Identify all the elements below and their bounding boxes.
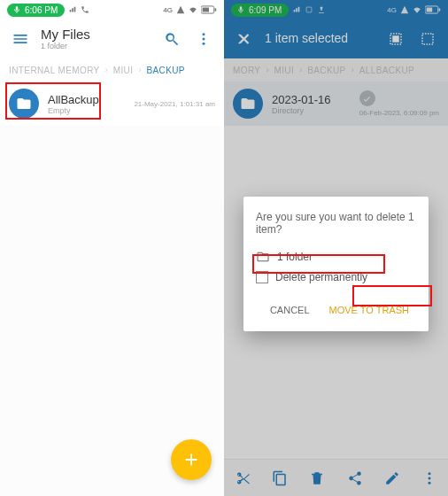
cut-button[interactable] <box>233 469 252 488</box>
search-icon <box>164 31 180 47</box>
status-bar: 6:09 PM 4G <box>224 0 448 19</box>
item-title: AllBackup <box>48 93 125 106</box>
breadcrumb: INTERNAL MEMORY › MIUI › BACKUP <box>0 58 224 81</box>
network-icon <box>292 5 301 14</box>
item-title: 2023-01-16 <box>272 93 351 106</box>
crumb-internal-memory[interactable]: INTERNAL MEMORY <box>9 66 100 75</box>
breadcrumb: MORY › MIUI › BACKUP › ALLBACKUP <box>224 58 448 81</box>
signal-icon <box>400 5 409 14</box>
folder-icon <box>233 89 263 119</box>
chevron-right-icon: › <box>266 66 268 74</box>
pencil-icon <box>384 470 400 486</box>
recording-indicator: 6:06 PM <box>7 4 65 17</box>
selection-count: 1 item selected <box>265 32 375 45</box>
close-selection-button[interactable] <box>233 27 256 50</box>
share-icon <box>347 470 363 486</box>
delete-permanent-row[interactable]: Delete permanently <box>256 267 416 287</box>
select-all-button[interactable] <box>384 27 407 50</box>
selection-bar: 1 item selected <box>224 19 448 58</box>
copy-icon <box>272 470 288 486</box>
folder-count: 1 folder <box>277 251 313 263</box>
svg-point-15 <box>428 481 430 484</box>
dialog-message: Are you sure you want to delete 1 item? <box>256 211 416 236</box>
plus-icon <box>182 450 201 469</box>
copy-button[interactable] <box>270 469 290 488</box>
folder-outline-icon <box>256 250 270 264</box>
chevron-right-icon: › <box>299 66 302 74</box>
select-all-icon <box>388 31 404 47</box>
chevron-right-icon: › <box>351 66 354 74</box>
phone-icon <box>81 5 89 14</box>
more-button[interactable] <box>420 469 439 488</box>
more-button[interactable] <box>192 27 215 50</box>
select-inverse-button[interactable] <box>416 27 439 50</box>
svg-point-14 <box>428 477 430 479</box>
screenshot-icon <box>305 5 313 14</box>
hamburger-icon <box>12 30 29 48</box>
wifi-icon <box>413 5 421 14</box>
page-subtitle: 1 folder <box>41 42 151 50</box>
dialog-folder-line: 1 folder <box>256 246 416 267</box>
crumb-backup[interactable]: BACKUP <box>307 66 346 75</box>
app-bar: My Files 1 folder <box>0 19 224 58</box>
folder-icon <box>9 89 39 119</box>
search-button[interactable] <box>160 27 183 50</box>
checkbox-unchecked-icon[interactable] <box>256 271 268 283</box>
delete-permanent-label: Delete permanently <box>275 271 367 283</box>
signal-icon <box>176 5 185 14</box>
list-item[interactable]: AllBackup Empty 21-May-2021, 1:01:31 am <box>0 81 224 126</box>
svg-rect-1 <box>203 8 209 12</box>
svg-point-3 <box>203 33 205 35</box>
select-inverse-icon <box>420 31 436 47</box>
svg-rect-12 <box>422 34 433 44</box>
trash-icon <box>309 470 325 486</box>
cancel-button[interactable]: CANCEL <box>263 299 317 321</box>
recording-indicator: 6:09 PM <box>231 4 289 17</box>
list-item[interactable]: 2023-01-16 Directory 06-Feb-2023, 6:09:0… <box>224 81 448 126</box>
menu-button[interactable] <box>9 27 32 50</box>
crumb-miui[interactable]: MIUI <box>274 66 294 75</box>
battery-icon <box>425 5 441 14</box>
crumb-miui[interactable]: MIUI <box>113 66 134 75</box>
action-bar <box>224 459 448 496</box>
edit-button[interactable] <box>382 469 402 488</box>
signal-label: 4G <box>387 6 397 14</box>
signal-label: 4G <box>163 6 173 14</box>
status-time: 6:09 PM <box>249 5 282 15</box>
crumb-backup[interactable]: BACKUP <box>146 66 185 75</box>
delete-dialog: Are you sure you want to delete 1 item? … <box>243 197 429 331</box>
close-icon <box>236 31 252 47</box>
more-vert-icon <box>421 470 437 486</box>
move-to-trash-button[interactable]: MOVE TO TRASH <box>322 299 416 321</box>
item-subtitle: Directory <box>272 106 351 115</box>
item-date: 21-May-2021, 1:01:31 am <box>134 100 215 108</box>
status-time: 6:06 PM <box>25 5 58 15</box>
fab-add[interactable] <box>171 439 212 480</box>
page-title: My Files <box>41 27 151 43</box>
status-bar: 6:06 PM 4G <box>0 0 224 19</box>
battery-icon <box>201 5 217 14</box>
crumb-memory[interactable]: MORY <box>233 66 260 75</box>
share-button[interactable] <box>345 469 365 488</box>
wifi-icon <box>189 5 197 14</box>
chevron-right-icon: › <box>105 66 108 74</box>
item-date: 06-Feb-2023, 6:09:09 pm <box>359 109 439 117</box>
more-vert-icon <box>196 31 212 47</box>
selected-check-icon <box>359 90 375 106</box>
chevron-right-icon: › <box>138 66 141 74</box>
upload-icon <box>317 5 326 14</box>
crumb-allbackup[interactable]: ALLBACKUP <box>359 66 415 75</box>
svg-rect-6 <box>306 7 312 12</box>
svg-point-13 <box>428 472 430 475</box>
svg-rect-9 <box>439 8 441 11</box>
svg-point-5 <box>203 43 205 45</box>
svg-point-4 <box>203 38 205 41</box>
delete-button[interactable] <box>307 469 327 488</box>
svg-rect-2 <box>215 8 217 11</box>
cut-icon <box>235 470 251 486</box>
svg-rect-11 <box>393 36 398 42</box>
network-icon <box>68 5 77 14</box>
item-subtitle: Empty <box>48 106 125 115</box>
svg-rect-8 <box>427 8 433 12</box>
